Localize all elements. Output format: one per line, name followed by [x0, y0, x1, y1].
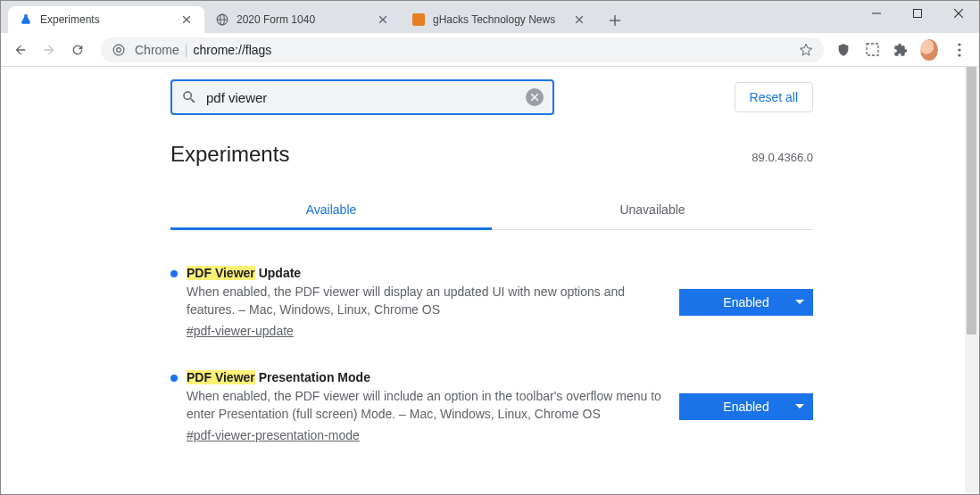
new-tab-button[interactable]	[602, 8, 627, 33]
clear-search-icon[interactable]	[526, 88, 544, 106]
chrome-icon	[112, 43, 126, 57]
flag-title: PDF Viewer Presentation Mode	[187, 370, 661, 384]
back-button[interactable]	[8, 37, 33, 62]
close-icon[interactable]	[179, 12, 194, 27]
svg-point-17	[117, 47, 121, 52]
extensions-puzzle-icon[interactable]	[892, 41, 909, 59]
bookmark-star-icon[interactable]	[799, 43, 813, 57]
page-title: Experiments	[170, 142, 289, 167]
flag-title: PDF Viewer Update	[187, 266, 661, 280]
scrollbar-thumb[interactable]	[967, 67, 976, 334]
search-icon	[181, 89, 197, 105]
flag-description: When enabled, the PDF viewer will displa…	[187, 284, 661, 318]
tab-unavailable[interactable]: Unavailable	[492, 192, 813, 229]
svg-rect-11	[412, 13, 425, 26]
tab-title: gHacks Technology News	[433, 13, 567, 26]
browser-tab-experiments[interactable]: Experiments	[8, 6, 204, 33]
flag-description: When enabled, the PDF viewer will includ…	[187, 388, 661, 423]
svg-point-16	[113, 45, 124, 55]
ublock-icon[interactable]	[835, 41, 852, 59]
flag-permalink[interactable]: #pdf-viewer-presentation-mode	[187, 428, 360, 442]
site-icon	[411, 12, 426, 27]
tab-title: Experiments	[40, 13, 174, 26]
tab-title: 2020 Form 1040	[237, 13, 370, 26]
close-icon[interactable]	[376, 12, 390, 27]
svg-point-21	[958, 54, 960, 56]
browser-tab-form1040[interactable]: 2020 Form 1040	[204, 6, 401, 33]
tab-strip: Experiments 2020 Form 1040 gHacks Techno…	[1, 1, 979, 33]
svg-point-19	[958, 43, 960, 45]
svg-rect-1	[914, 10, 922, 18]
close-icon[interactable]	[572, 12, 586, 27]
flag-item: PDF Viewer Update When enabled, the PDF …	[170, 266, 813, 338]
tab-available[interactable]: Available	[170, 192, 492, 230]
flags-tab-nav: Available Unavailable	[170, 192, 813, 230]
flag-item: PDF Viewer Presentation Mode When enable…	[170, 370, 813, 442]
chrome-menu-button[interactable]	[947, 37, 972, 62]
flag-state-select[interactable]: Enabled	[679, 393, 813, 420]
url-path: chrome://flags	[193, 43, 271, 57]
forward-button[interactable]	[37, 37, 62, 62]
reload-button[interactable]	[65, 37, 90, 62]
modified-dot-icon	[170, 375, 178, 382]
flags-search-input[interactable]	[206, 90, 526, 105]
window-minimize[interactable]	[856, 1, 897, 26]
profile-avatar[interactable]	[920, 41, 938, 59]
svg-rect-18	[867, 44, 878, 55]
flag-permalink[interactable]: #pdf-viewer-update	[187, 324, 294, 338]
url-prefix: Chrome	[135, 43, 179, 57]
flag-state-select[interactable]: Enabled	[679, 289, 813, 316]
toolbar: Chrome | chrome://flags	[1, 33, 979, 67]
globe-icon	[215, 12, 229, 27]
extension-icon[interactable]	[863, 41, 881, 59]
modified-dot-icon	[170, 270, 178, 277]
window-close[interactable]	[938, 1, 979, 26]
flags-search-box[interactable]	[170, 79, 554, 115]
svg-point-20	[958, 48, 960, 51]
flask-icon	[19, 12, 33, 27]
omnibox[interactable]: Chrome | chrome://flags	[101, 37, 824, 62]
reset-all-button[interactable]: Reset all	[735, 82, 813, 112]
chrome-version: 89.0.4366.0	[752, 151, 813, 164]
browser-tab-ghacks[interactable]: gHacks Technology News	[401, 6, 597, 33]
window-maximize[interactable]	[897, 1, 938, 26]
vertical-scrollbar[interactable]	[965, 67, 978, 493]
